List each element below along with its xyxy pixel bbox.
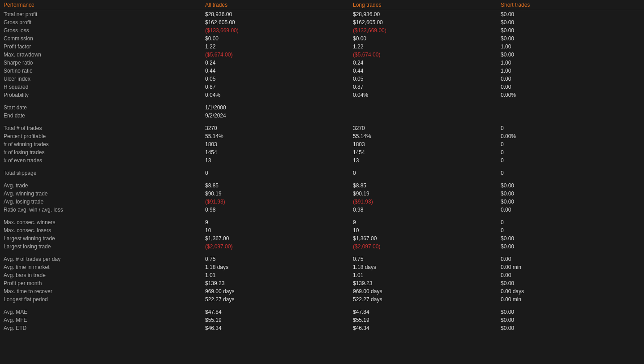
row-long-value: 1.18 days <box>349 263 497 271</box>
row-short-value: $0.00 <box>497 51 644 59</box>
table-row: Avg. losing trade($91.93)($91.93)$0.00 <box>0 198 644 206</box>
row-label: Probability <box>0 91 202 99</box>
row-long-value: $28,936.00 <box>349 10 497 19</box>
row-label: Percent profitable <box>0 132 202 140</box>
row-short-value: $0.00 <box>497 10 644 19</box>
row-label: Commission <box>0 35 202 43</box>
row-long-value: $8.85 <box>349 182 497 190</box>
row-all-value: 1.22 <box>202 43 349 51</box>
row-all-value: 1454 <box>202 148 349 156</box>
row-long-value: 9 <box>349 218 497 226</box>
row-long-value: 0.98 <box>349 206 497 214</box>
row-label: Profit per month <box>0 279 202 287</box>
row-short-value: 1.00 <box>497 59 644 67</box>
row-label: Largest winning trade <box>0 234 202 243</box>
col-header-long: Long trades <box>349 0 497 10</box>
row-all-value: 522.27 days <box>202 295 349 303</box>
table-row: Total slippage000 <box>0 169 644 177</box>
table-row: Largest winning trade$1,367.00$1,367.00$… <box>0 234 644 243</box>
row-short-value: 0 <box>497 140 644 148</box>
row-label: Max. drawdown <box>0 51 202 59</box>
spacer-row <box>0 99 644 104</box>
row-all-value: 0.87 <box>202 83 349 91</box>
row-label: Avg. ETD <box>0 324 202 332</box>
row-short-value <box>497 112 644 120</box>
row-short-value: $0.00 <box>497 182 644 190</box>
spacer-row <box>0 303 644 308</box>
table-row: Max. time to recover969.00 days969.00 da… <box>0 287 644 295</box>
row-all-value: 10 <box>202 226 349 234</box>
row-label: Total # of trades <box>0 124 202 132</box>
row-all-value: 0.98 <box>202 206 349 214</box>
row-label: Profit factor <box>0 43 202 51</box>
row-long-value <box>349 104 497 112</box>
row-all-value: 0 <box>202 169 349 177</box>
row-all-value: 1.01 <box>202 271 349 279</box>
row-long-value: 1.22 <box>349 43 497 51</box>
table-row: Max. consec. winners990 <box>0 218 644 226</box>
table-row: # of even trades13130 <box>0 156 644 165</box>
row-long-value: 0.75 <box>349 255 497 263</box>
row-label: End date <box>0 112 202 120</box>
row-short-value: 0 <box>497 218 644 226</box>
row-label: Avg. time in market <box>0 263 202 271</box>
row-short-value: 0.00 <box>497 83 644 91</box>
table-row: Ratio avg. win / avg. loss0.980.980.00 <box>0 206 644 214</box>
row-long-value: ($133,669.00) <box>349 26 497 35</box>
row-long-value: 13 <box>349 156 497 165</box>
row-long-value: 522.27 days <box>349 295 497 303</box>
row-long-value: $46.34 <box>349 324 497 332</box>
row-long-value: $162,605.00 <box>349 18 497 26</box>
row-label: # of winning trades <box>0 140 202 148</box>
row-all-value: ($5,674.00) <box>202 51 349 59</box>
row-label: Start date <box>0 104 202 112</box>
row-all-value: 0.44 <box>202 67 349 75</box>
row-all-value: $28,936.00 <box>202 10 349 19</box>
row-short-value: 0.00 <box>497 271 644 279</box>
row-long-value: 969.00 days <box>349 287 497 295</box>
performance-table: Performance All trades Long trades Short… <box>0 0 644 332</box>
table-row: Longest flat period522.27 days522.27 day… <box>0 295 644 303</box>
row-short-value: 0.00% <box>497 91 644 99</box>
row-short-value: 0.00 <box>497 255 644 263</box>
row-all-value: 3270 <box>202 124 349 132</box>
col-header-performance: Performance <box>0 0 202 10</box>
table-row: Profit per month$139.23$139.23$0.00 <box>0 279 644 287</box>
row-long-value: ($5,674.00) <box>349 51 497 59</box>
row-label: Largest losing trade <box>0 243 202 251</box>
table-row: # of losing trades145414540 <box>0 148 644 156</box>
row-short-value: 0.00 min <box>497 263 644 271</box>
row-short-value: 0.00 days <box>497 287 644 295</box>
row-label: Avg. MFE <box>0 316 202 324</box>
spacer-row <box>0 251 644 255</box>
table-row: Avg. time in market1.18 days1.18 days0.0… <box>0 263 644 271</box>
row-short-value: 0 <box>497 124 644 132</box>
row-label: Avg. losing trade <box>0 198 202 206</box>
row-all-value: $0.00 <box>202 35 349 43</box>
spacer-row <box>0 214 644 218</box>
table-row: Avg. bars in trade1.011.010.00 <box>0 271 644 279</box>
row-all-value: $55.19 <box>202 316 349 324</box>
row-all-value: $8.85 <box>202 182 349 190</box>
row-short-value: $0.00 <box>497 234 644 243</box>
row-long-value: $47.84 <box>349 308 497 316</box>
row-short-value: $0.00 <box>497 243 644 251</box>
row-label: Gross profit <box>0 18 202 26</box>
row-short-value: 0 <box>497 156 644 165</box>
row-label: # of losing trades <box>0 148 202 156</box>
table-row: Avg. # of trades per day0.750.750.00 <box>0 255 644 263</box>
row-all-value: 55.14% <box>202 132 349 140</box>
row-short-value: 0.00 min <box>497 295 644 303</box>
table-row: Max. consec. losers10100 <box>0 226 644 234</box>
row-long-value: 1803 <box>349 140 497 148</box>
row-all-value: 0.24 <box>202 59 349 67</box>
row-label: Total slippage <box>0 169 202 177</box>
row-long-value: $90.19 <box>349 190 497 198</box>
row-short-value: $0.00 <box>497 190 644 198</box>
row-short-value: $0.00 <box>497 308 644 316</box>
spacer-row <box>0 120 644 124</box>
row-short-value: 1.00 <box>497 67 644 75</box>
row-label: R squared <box>0 83 202 91</box>
row-long-value: 1.01 <box>349 271 497 279</box>
table-row: Avg. trade$8.85$8.85$0.00 <box>0 182 644 190</box>
